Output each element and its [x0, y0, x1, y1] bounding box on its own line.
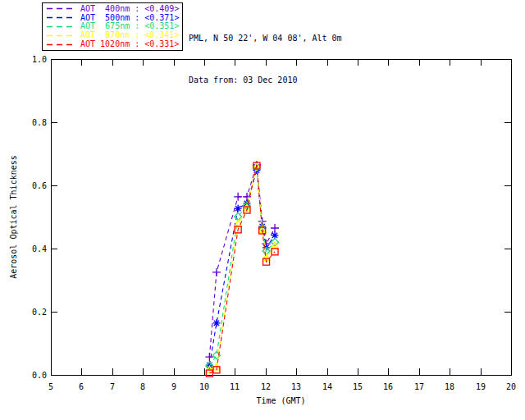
x-tick-label: 20: [506, 382, 516, 391]
x-tick-label: 13: [291, 382, 301, 391]
legend-line-sample: [47, 32, 76, 39]
x-tick-label: 9: [171, 382, 176, 391]
y-tick-label: 0.4: [32, 244, 47, 253]
x-tick-label: 10: [199, 382, 209, 391]
y-tick-label: 0.8: [32, 118, 47, 127]
legend-item: AOT 500nm : <0.371>: [47, 14, 180, 22]
x-tick-label: 11: [230, 382, 240, 391]
x-tick-label: 14: [322, 382, 332, 391]
plot-header: PML, N 50 22', W 04 08', Alt 0m Data fro…: [189, 3, 342, 115]
legend-item: AOT 675nm : <0.351>: [47, 22, 180, 30]
station-info: PML, N 50 22', W 04 08', Alt 0m: [189, 31, 342, 45]
legend-label: AOT 1020nm : <0.331>: [80, 40, 179, 48]
series-500nm: [206, 167, 279, 369]
x-tick-label: 6: [79, 382, 84, 391]
legend-box: AOT 400nm : <0.409>AOT 500nm : <0.371>AO…: [42, 2, 183, 51]
legend-label: AOT 500nm : <0.371>: [80, 14, 179, 22]
legend-label: AOT 400nm : <0.409>: [80, 5, 179, 13]
x-tick-label: 12: [261, 382, 271, 391]
x-axis-label: Time (GMT): [256, 396, 305, 405]
x-tick-label: 19: [476, 382, 486, 391]
x-tick-label: 15: [353, 382, 363, 391]
y-tick-label: 0.2: [32, 308, 47, 317]
legend-label: AOT 870nm : <0.341>: [80, 31, 179, 39]
aot-plot-window: AOT 400nm : <0.409>AOT 500nm : <0.371>AO…: [0, 0, 525, 420]
y-tick-label: 0.6: [32, 181, 47, 190]
legend-line-sample: [47, 5, 76, 12]
x-tick-label: 8: [140, 382, 145, 391]
legend-label: AOT 675nm : <0.351>: [80, 22, 179, 30]
x-tick-label: 17: [414, 382, 424, 391]
series-400nm: [205, 161, 279, 361]
data-date: Data from: 03 Dec 2010: [189, 73, 342, 87]
x-tick-label: 16: [383, 382, 393, 391]
legend-item: AOT 870nm : <0.341>: [47, 31, 180, 39]
legend-item: AOT 1020nm : <0.331>: [47, 40, 180, 48]
legend-line-sample: [47, 14, 76, 21]
x-tick-label: 18: [445, 382, 454, 391]
legend-item: AOT 400nm : <0.409>: [47, 5, 180, 13]
y-tick-label: 1.0: [32, 55, 47, 64]
x-tick-label: 7: [110, 382, 115, 391]
series-870nm: [206, 162, 278, 372]
y-tick-label: 0.0: [32, 371, 47, 380]
y-axis-label: Aerosol Optical Thickness: [9, 155, 18, 279]
legend-line-sample: [47, 23, 76, 30]
legend-line-sample: [47, 41, 76, 48]
series-675nm: [206, 163, 279, 370]
x-tick-label: 5: [48, 382, 53, 391]
